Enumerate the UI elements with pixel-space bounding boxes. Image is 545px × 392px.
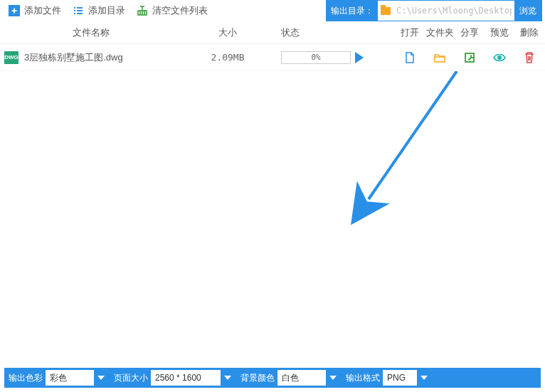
main-area — [0, 71, 545, 366]
header-share: 分享 — [455, 26, 485, 39]
header-folder: 文件夹 — [425, 26, 455, 39]
header-size: 大小 — [181, 26, 274, 39]
header-name: 文件名称 — [0, 26, 181, 39]
output-color-label: 输出色彩 — [9, 372, 43, 384]
add-dir-label: 添加目录 — [88, 4, 125, 17]
preview-icon[interactable] — [493, 51, 506, 64]
output-color-select[interactable]: 彩色 — [46, 370, 108, 386]
output-format-group: 输出格式 PNG — [346, 370, 431, 386]
chevron-down-icon — [94, 370, 108, 386]
bottom-options: 输出色彩 彩色 页面大小 2560 * 1600 背景颜色 白色 输出格式 PN… — [4, 368, 541, 388]
svg-line-16 — [369, 71, 457, 199]
column-headers: 文件名称 大小 状态 打开 文件夹 分享 预览 删除 — [0, 21, 545, 44]
open-file-icon[interactable] — [403, 51, 416, 64]
progress-bar: 0% — [281, 51, 351, 64]
top-toolbar: + 添加文件 添加目录 清空文件列表 输出目录： 浏览 — [0, 0, 545, 21]
file-name: 3层独栋别墅施工图.dwg — [24, 51, 123, 64]
bg-color-value: 白色 — [282, 372, 299, 384]
output-dir-label: 输出目录： — [327, 1, 378, 21]
page-size-value: 2560 * 1600 — [155, 373, 201, 383]
page-size-group: 页面大小 2560 * 1600 — [114, 370, 235, 386]
output-dir-group: 输出目录： 浏览 — [326, 0, 542, 21]
add-file-button[interactable]: + 添加文件 — [3, 0, 67, 21]
bg-color-label: 背景颜色 — [240, 372, 275, 384]
folder-icon — [378, 1, 393, 21]
file-name-cell: DWG 3层独栋别墅施工图.dwg — [0, 51, 181, 64]
output-dir-input[interactable] — [393, 1, 514, 21]
file-size: 2.09MB — [181, 52, 274, 63]
add-file-label: 添加文件 — [24, 4, 61, 17]
annotation-arrow — [0, 71, 545, 366]
plus-icon: + — [9, 5, 20, 16]
header-open: 打开 — [395, 26, 425, 39]
page-size-select[interactable]: 2560 * 1600 — [151, 370, 235, 386]
table-row: DWG 3层独栋别墅施工图.dwg 2.09MB 0% — [0, 44, 545, 71]
delete-icon[interactable] — [523, 51, 536, 64]
bg-color-group: 背景颜色 白色 — [240, 370, 340, 386]
chevron-down-icon — [326, 370, 340, 386]
svg-point-13 — [498, 55, 501, 58]
broom-icon — [137, 5, 148, 16]
output-format-label: 输出格式 — [346, 372, 380, 384]
output-color-value: 彩色 — [50, 372, 67, 384]
clear-list-button[interactable]: 清空文件列表 — [131, 0, 213, 21]
output-format-select[interactable]: PNG — [383, 370, 431, 386]
output-format-value: PNG — [387, 373, 406, 383]
header-status: 状态 — [274, 26, 395, 39]
dwg-icon: DWG — [4, 51, 18, 64]
start-button[interactable] — [355, 52, 364, 63]
output-color-group: 输出色彩 彩色 — [9, 370, 108, 386]
bg-color-select[interactable]: 白色 — [277, 370, 340, 386]
share-icon[interactable] — [463, 51, 476, 64]
header-delete: 删除 — [514, 26, 544, 39]
open-folder-icon[interactable] — [433, 51, 446, 64]
add-dir-button[interactable]: 添加目录 — [67, 0, 131, 21]
list-icon — [73, 5, 84, 16]
file-status: 0% — [274, 51, 395, 64]
chevron-down-icon — [221, 370, 235, 386]
chevron-down-icon — [417, 370, 431, 386]
clear-list-label: 清空文件列表 — [152, 4, 208, 17]
browse-button[interactable]: 浏览 — [514, 1, 541, 21]
page-size-label: 页面大小 — [114, 372, 148, 384]
header-preview: 预览 — [485, 26, 514, 39]
